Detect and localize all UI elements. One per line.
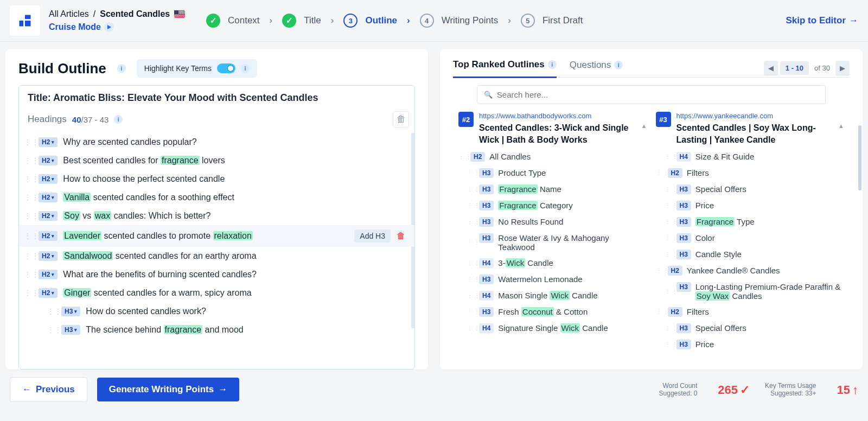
competitor-heading-row[interactable]: ⋮⋮H3No Results Found: [458, 216, 647, 228]
drag-handle-icon[interactable]: ⋮⋮: [467, 309, 475, 316]
collapse-icon[interactable]: ▲: [641, 112, 647, 129]
competitor-heading-row[interactable]: ⋮⋮H3Candle Style: [656, 248, 845, 260]
drag-handle-icon[interactable]: ⋮⋮: [24, 252, 33, 260]
competitor-heading-row[interactable]: ⋮⋮H3Fresh Coconut & Cotton: [458, 306, 647, 318]
drag-handle-icon[interactable]: ⋮⋮: [47, 326, 56, 334]
step-first-draft[interactable]: 5 First Draft: [513, 14, 591, 28]
competitor-heading-row[interactable]: ⋮⋮H43-Wick Candle: [458, 257, 647, 269]
step-writing-points[interactable]: 4 Writing Points: [412, 14, 506, 28]
drag-handle-icon[interactable]: ⋮⋮: [665, 235, 672, 242]
heading-level-dropdown[interactable]: H2 ▾: [39, 193, 58, 202]
outline-row[interactable]: ⋮⋮H2 ▾How to choose the perfect scented …: [19, 170, 414, 188]
competitor-heading-row[interactable]: ⋮⋮H4Size & Fit Guide: [656, 151, 845, 163]
drag-handle-icon[interactable]: ⋮⋮: [665, 219, 672, 226]
drag-handle-icon[interactable]: ⋮⋮: [656, 309, 663, 316]
drag-handle-icon[interactable]: ⋮⋮: [665, 186, 672, 193]
drag-handle-icon[interactable]: ⋮⋮: [24, 232, 33, 240]
step-context[interactable]: Context: [199, 14, 267, 28]
heading-level-dropdown[interactable]: H3 ▾: [61, 325, 80, 335]
outline-row[interactable]: ⋮⋮H2 ▾Sandalwood scented candles for an …: [19, 247, 414, 265]
competitor-heading-row[interactable]: ⋮⋮H3Fragrance Type: [656, 216, 845, 228]
drag-handle-icon[interactable]: ⋮⋮: [467, 202, 475, 209]
step-title[interactable]: Title: [275, 14, 329, 28]
drag-handle-icon[interactable]: ⋮⋮: [24, 138, 33, 146]
drag-handle-icon[interactable]: ⋮⋮: [665, 154, 672, 161]
add-h3-button[interactable]: Add H3: [354, 229, 391, 243]
drag-handle-icon[interactable]: ⋮⋮: [656, 267, 663, 275]
scrollbar[interactable]: [858, 125, 861, 190]
drag-handle-icon[interactable]: ⋮⋮: [467, 276, 475, 283]
competitor-heading-row[interactable]: ⋮⋮H3Fragrance Name: [458, 183, 647, 195]
drag-handle-icon[interactable]: ⋮⋮: [665, 341, 672, 348]
pager-next-button[interactable]: ▶: [835, 61, 850, 76]
pager-prev-button[interactable]: ◀: [764, 61, 778, 76]
outline-row[interactable]: ⋮⋮H3 ▾The science behind fragrance and m…: [19, 321, 414, 339]
drag-handle-icon[interactable]: ⋮⋮: [24, 289, 33, 297]
heading-level-dropdown[interactable]: H2 ▾: [39, 174, 58, 184]
competitor-heading-row[interactable]: ⋮⋮H3Price: [656, 339, 845, 350]
delete-all-button[interactable]: 🗑: [393, 111, 409, 127]
competitor-heading-row[interactable]: ⋮⋮H3Long-Lasting Premium-Grade Paraffin …: [656, 281, 845, 302]
skip-to-editor-link[interactable]: Skip to Editor →: [786, 15, 859, 26]
outline-row[interactable]: ⋮⋮H3 ▾How do scented candles work?: [19, 302, 414, 321]
drag-handle-icon[interactable]: ⋮⋮: [656, 170, 663, 177]
drag-handle-icon[interactable]: ⋮⋮: [458, 154, 466, 161]
heading-text[interactable]: Vanilla scented candles for a soothing e…: [63, 193, 406, 202]
outline-row[interactable]: ⋮⋮H2 ▾Best scented candles for fragrance…: [19, 151, 414, 170]
competitor-url[interactable]: https://www.bathandbodyworks.com: [479, 112, 636, 120]
app-logo[interactable]: [10, 5, 40, 36]
drag-handle-icon[interactable]: ⋮⋮: [467, 170, 475, 177]
drag-handle-icon[interactable]: ⋮⋮: [24, 194, 33, 201]
heading-level-dropdown[interactable]: H2 ▾: [39, 251, 58, 261]
competitor-heading-row[interactable]: ⋮⋮H4Mason Single Wick Candle: [458, 290, 647, 302]
breadcrumb-root[interactable]: All Articles: [49, 9, 89, 19]
info-icon[interactable]: i: [614, 61, 623, 69]
competitor-heading-row[interactable]: ⋮⋮H3Fragrance Category: [458, 200, 647, 212]
info-icon[interactable]: i: [114, 115, 123, 124]
heading-level-dropdown[interactable]: H2 ▾: [39, 231, 58, 241]
competitor-heading-row[interactable]: ⋮⋮H3Color: [656, 232, 845, 244]
heading-text[interactable]: What are the benefits of burning scented…: [63, 270, 406, 279]
competitor-heading-row[interactable]: ⋮⋮H3Rose Water & Ivy & Mahogany Teakwood: [458, 232, 647, 253]
competitor-heading-row[interactable]: ⋮⋮H2Yankee Candle® Candles: [656, 265, 845, 277]
outline-row[interactable]: ⋮⋮H2 ▾Soy vs wax candles: Which is bette…: [19, 207, 414, 225]
info-icon[interactable]: i: [117, 64, 126, 73]
drag-handle-icon[interactable]: ⋮⋮: [24, 271, 33, 278]
info-icon[interactable]: i: [548, 60, 557, 69]
previous-button[interactable]: ← Previous: [10, 377, 87, 402]
drag-handle-icon[interactable]: ⋮⋮: [665, 288, 672, 295]
toggle-on-icon[interactable]: [217, 63, 235, 73]
heading-level-dropdown[interactable]: H2 ▾: [39, 270, 58, 279]
heading-text[interactable]: Soy vs wax candles: Which is better?: [63, 211, 406, 221]
highlight-key-terms-toggle[interactable]: Highlight Key Terms i: [137, 59, 257, 78]
heading-text[interactable]: Ginger scented candles for a warm, spicy…: [63, 288, 406, 298]
heading-level-dropdown[interactable]: H2 ▾: [39, 288, 58, 298]
drag-handle-icon[interactable]: ⋮⋮: [665, 325, 672, 332]
competitor-heading-row[interactable]: ⋮⋮H3Special Offers: [656, 183, 845, 195]
competitor-heading-row[interactable]: ⋮⋮H3Product Type: [458, 167, 647, 179]
heading-level-dropdown[interactable]: H3 ▾: [61, 307, 80, 316]
collapse-icon[interactable]: ▲: [838, 112, 844, 129]
drag-handle-icon[interactable]: ⋮⋮: [467, 186, 475, 193]
drag-handle-icon[interactable]: ⋮⋮: [467, 260, 475, 267]
competitor-heading-row[interactable]: ⋮⋮H4Signature Single Wick Candle: [458, 322, 647, 334]
outline-row[interactable]: ⋮⋮H2 ▾Vanilla scented candles for a soot…: [19, 188, 414, 207]
heading-level-dropdown[interactable]: H2 ▾: [39, 137, 58, 147]
drag-handle-icon[interactable]: ⋮⋮: [467, 292, 475, 299]
competitor-heading-row[interactable]: ⋮⋮H2Filters: [656, 306, 845, 318]
outline-row[interactable]: ⋮⋮H2 ▾Ginger scented candles for a warm,…: [19, 284, 414, 302]
heading-text[interactable]: The science behind fragrance and mood: [86, 325, 406, 335]
outline-row[interactable]: ⋮⋮H2 ▾Lavender scented candles to promot…: [19, 225, 414, 247]
drag-handle-icon[interactable]: ⋮⋮: [24, 212, 33, 220]
step-outline[interactable]: 3 Outline: [336, 14, 405, 28]
competitor-heading-row[interactable]: ⋮⋮H3Watermelon Lemonade: [458, 273, 647, 285]
search-input-wrapper[interactable]: 🔍: [477, 85, 826, 104]
drag-handle-icon[interactable]: ⋮⋮: [47, 308, 56, 315]
drag-handle-icon[interactable]: ⋮⋮: [24, 175, 33, 183]
competitor-heading-row[interactable]: ⋮⋮H2All Candles: [458, 151, 647, 163]
competitor-heading-row[interactable]: ⋮⋮H3Special Offers: [656, 322, 845, 334]
outline-row[interactable]: ⋮⋮H2 ▾Why are scented candles popular?: [19, 133, 414, 151]
heading-text[interactable]: Best scented candles for fragrance lover…: [63, 156, 406, 165]
generate-writing-points-button[interactable]: Generate Writing Points →: [97, 378, 239, 401]
heading-text[interactable]: Lavender scented candles to promote rela…: [63, 231, 349, 241]
